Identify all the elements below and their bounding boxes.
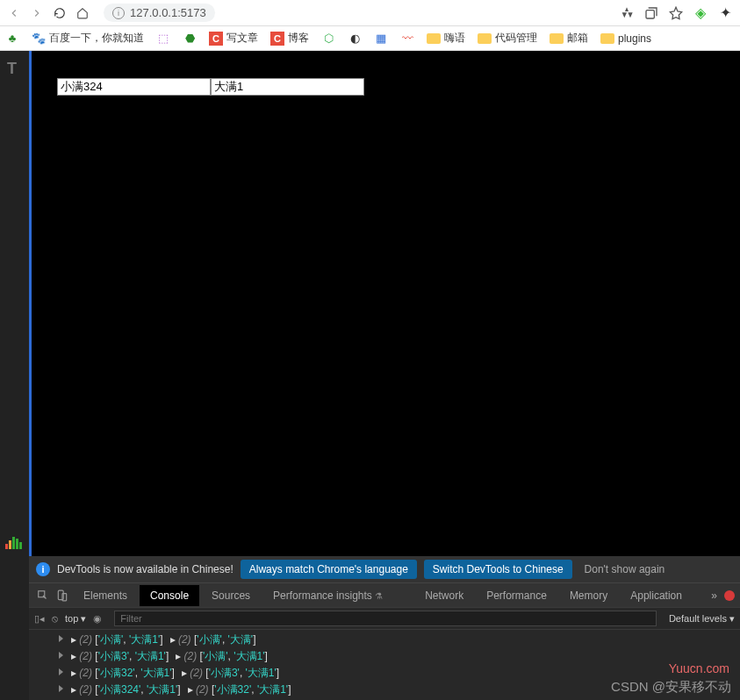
console-log-line[interactable]: ▸ (2) ['小满3', '大满1']▸ (2) ['小满', '大满1']: [29, 648, 740, 665]
left-sidebar-lower: [0, 556, 29, 700]
devtools-language-banner: i DevTools is now available in Chinese! …: [29, 556, 740, 582]
address-bar[interactable]: i 127.0.0.1:5173: [104, 4, 215, 22]
bookmark-item[interactable]: ⬚: [156, 32, 170, 46]
eq-icon: [5, 537, 22, 549]
error-badge[interactable]: [724, 590, 735, 601]
tab-console[interactable]: Console: [140, 585, 199, 606]
bookmark-clover[interactable]: ♣: [5, 32, 19, 46]
tab-application[interactable]: Application: [620, 585, 693, 606]
bookmark-blog[interactable]: C博客: [270, 31, 309, 46]
reload-icon[interactable]: [53, 6, 67, 20]
devtools-tabs: Elements Console Sources Performance ins…: [29, 582, 740, 607]
match-language-button[interactable]: Always match Chrome's language: [241, 560, 417, 579]
device-icon[interactable]: [54, 587, 71, 604]
bookmark-write[interactable]: C写文章: [209, 31, 258, 46]
browser-toolbar: i 127.0.0.1:5173 ◈ ✦: [0, 0, 740, 26]
bookmark-folder-plugins[interactable]: plugins: [600, 32, 651, 45]
translate-icon[interactable]: [619, 5, 635, 21]
filter-input[interactable]: [114, 611, 657, 626]
console-toolbar: ▯◂ ⦸ top ▾ ◉ Default levels ▾: [29, 607, 740, 630]
home-icon[interactable]: [75, 6, 90, 20]
shield-icon[interactable]: ◈: [693, 5, 708, 21]
banner-text: DevTools is now available in Chinese!: [57, 563, 233, 575]
left-sidebar: T: [0, 51, 29, 556]
bookmark-baidu[interactable]: 🐾百度一下，你就知道: [32, 31, 144, 46]
share-icon[interactable]: [643, 5, 659, 21]
dismiss-link[interactable]: Don't show again: [585, 563, 665, 575]
console-log-line[interactable]: ▸ (2) ['小满324', '大满1']▸ (2) ['小满32', '大满…: [29, 682, 740, 698]
star-icon[interactable]: [668, 5, 684, 21]
console-output: ▸ (2) ['小满', '大满1']▸ (2) ['小满', '大满']▸ (…: [29, 630, 740, 700]
chevron-down-icon: ▾: [81, 613, 86, 625]
url-text: 127.0.0.1:5173: [130, 6, 206, 19]
bookmark-item[interactable]: ◐: [348, 32, 362, 46]
tab-memory[interactable]: Memory: [559, 585, 618, 606]
bookmark-folder-code[interactable]: 代码管理: [478, 31, 537, 46]
extension-icon[interactable]: ✦: [717, 5, 733, 21]
input-2[interactable]: [211, 78, 364, 96]
site-info-icon[interactable]: i: [112, 7, 125, 19]
switch-chinese-button[interactable]: Switch DevTools to Chinese: [424, 560, 572, 579]
beaker-icon: ⚗: [375, 591, 383, 601]
tab-elements[interactable]: Elements: [73, 585, 138, 606]
tab-perf-insights[interactable]: Performance insights ⚗: [262, 585, 393, 606]
tab-performance[interactable]: Performance: [476, 585, 557, 606]
forward-icon[interactable]: [30, 6, 44, 20]
bookmarks-bar: ♣ 🐾百度一下，你就知道 ⬚ ⬣ C写文章 C博客 ⬡ ◐ ▦ 〰 嗨语 代码管…: [0, 26, 740, 51]
context-selector[interactable]: top ▾: [65, 613, 86, 625]
input-1[interactable]: [57, 78, 211, 96]
page-viewport: [29, 51, 740, 556]
inputs-row: [57, 78, 364, 96]
devtools-panel: i DevTools is now available in Chinese! …: [29, 556, 740, 700]
console-log-line[interactable]: ▸ (2) ['小满32', '大满1']▸ (2) ['小满3', '大满1'…: [29, 665, 740, 682]
svg-rect-0: [646, 10, 654, 18]
folder-icon: [478, 33, 492, 44]
info-icon: i: [36, 562, 50, 576]
back-icon[interactable]: [7, 6, 21, 20]
tab-network[interactable]: Network: [414, 585, 474, 606]
folder-icon: [600, 33, 614, 44]
tool-icon[interactable]: T: [7, 60, 17, 78]
more-tabs-icon[interactable]: »: [706, 589, 722, 602]
bookmark-item[interactable]: ⬡: [321, 32, 335, 46]
bookmark-folder-hai[interactable]: 嗨语: [427, 31, 465, 46]
tab-sources[interactable]: Sources: [201, 585, 261, 606]
bookmark-item[interactable]: 〰: [400, 32, 414, 46]
inspect-icon[interactable]: [34, 587, 52, 604]
bookmark-item[interactable]: ▦: [374, 32, 388, 46]
bookmark-item[interactable]: ⬣: [183, 32, 197, 46]
sidebar-toggle-icon[interactable]: ▯◂: [34, 613, 45, 625]
bookmark-folder-mail[interactable]: 邮箱: [550, 31, 588, 46]
eye-icon[interactable]: ◉: [93, 613, 102, 625]
folder-icon: [427, 33, 441, 44]
folder-icon: [550, 33, 564, 44]
levels-selector[interactable]: Default levels ▾: [669, 613, 735, 625]
console-log-line[interactable]: ▸ (2) ['小满', '大满1']▸ (2) ['小满', '大满']: [29, 632, 740, 648]
clear-console-icon[interactable]: ⦸: [52, 613, 58, 625]
